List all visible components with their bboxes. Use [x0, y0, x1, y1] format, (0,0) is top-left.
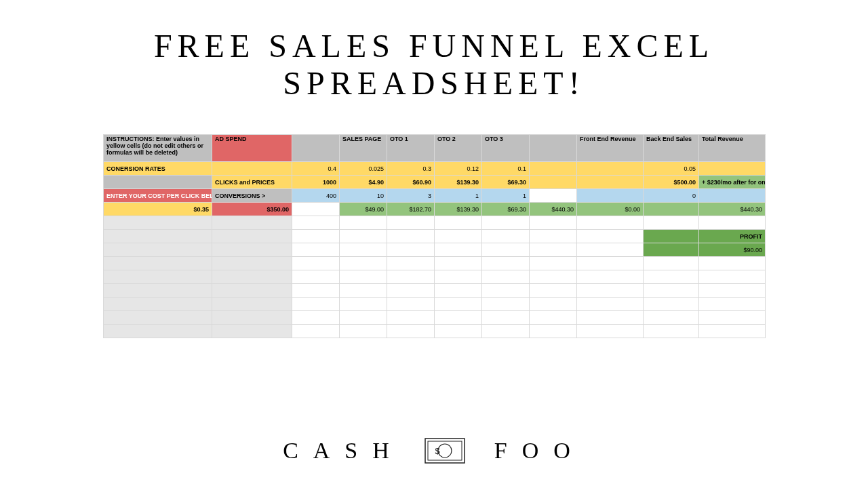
- clicksprices-label: CLICKS and PRICES: [212, 176, 292, 189]
- cell[interactable]: [577, 176, 644, 189]
- svg-text:$: $: [435, 446, 455, 456]
- instructions-cell: INSTRUCTIONS: Enter values in yellow cel…: [104, 135, 212, 162]
- cell: [104, 176, 212, 189]
- cell[interactable]: [699, 162, 766, 176]
- cell[interactable]: 0.025: [340, 162, 387, 176]
- cpc-prompt: ENTER YOUR COST PER CLICK BELOW: [104, 189, 212, 203]
- cell: 1: [482, 189, 530, 203]
- convrates-label: CONERSION RATES: [104, 162, 212, 176]
- oto2-header: OTO 2: [435, 135, 482, 162]
- blank-col-c: [292, 135, 340, 162]
- cell: [699, 189, 766, 203]
- fer-value: $440.30: [530, 203, 577, 216]
- header-row: INSTRUCTIONS: Enter values in yellow cel…: [104, 135, 766, 162]
- blank-col-h: [530, 135, 577, 162]
- cell: [530, 189, 577, 203]
- bes-header: Back End Sales: [644, 135, 699, 162]
- pwmb-note: + $230/mo after for one year (PWMB): [699, 176, 766, 189]
- dollar-bill-icon: $: [425, 438, 465, 464]
- cell: [292, 203, 340, 216]
- cell[interactable]: $4.90: [340, 176, 387, 189]
- profit-label-row: PROFIT: [104, 230, 766, 243]
- cell[interactable]: 0.05: [644, 162, 699, 176]
- cell: [644, 243, 699, 257]
- conversion-rates-row: CONERSION RATES 0.4 0.025 0.3 0.12 0.1 0…: [104, 162, 766, 176]
- total-value: $440.30: [699, 203, 766, 216]
- adspend-value: $350.00: [212, 203, 292, 216]
- cell[interactable]: 0.3: [387, 162, 435, 176]
- fer-header: Front End Revenue: [577, 135, 644, 162]
- cell[interactable]: 0.4: [292, 162, 340, 176]
- cell: 400: [292, 189, 340, 203]
- totalrev-header: Total Revenue: [699, 135, 766, 162]
- oto1-header: OTO 1: [387, 135, 435, 162]
- cell: 3: [387, 189, 435, 203]
- blank-row: [104, 216, 766, 230]
- conversions-row: ENTER YOUR COST PER CLICK BELOW CONVERSI…: [104, 189, 766, 203]
- blank-row: [104, 284, 766, 298]
- cell: [644, 203, 699, 216]
- profit-value: $90.00: [699, 243, 766, 257]
- cell[interactable]: 1000: [292, 176, 340, 189]
- clicks-prices-row: CLICKS and PRICES 1000 $4.90 $60.90 $139…: [104, 176, 766, 189]
- cell: $182.70: [387, 203, 435, 216]
- conversions-label: CONVERSIONS >: [212, 189, 292, 203]
- cell[interactable]: $69.30: [482, 176, 530, 189]
- money-row: $0.35 $350.00 $49.00 $182.70 $139.30 $69…: [104, 203, 766, 216]
- oto3-header: OTO 3: [482, 135, 530, 162]
- blank-row: [104, 257, 766, 270]
- cell: $49.00: [340, 203, 387, 216]
- footer-logo: CASH $ FOO: [0, 438, 868, 468]
- adspend-header: AD SPEND: [212, 135, 292, 162]
- bes-value: $0.00: [577, 203, 644, 216]
- footer-left: CASH: [283, 438, 404, 463]
- cell[interactable]: 0.12: [435, 162, 482, 176]
- cell: 0: [644, 189, 699, 203]
- cell[interactable]: $139.30: [435, 176, 482, 189]
- blank-row: [104, 270, 766, 284]
- spreadsheet: INSTRUCTIONS: Enter values in yellow cel…: [103, 134, 766, 338]
- cell[interactable]: [577, 162, 644, 176]
- cell[interactable]: [530, 176, 577, 189]
- cell[interactable]: [530, 162, 577, 176]
- profit-value-row: $90.00: [104, 243, 766, 257]
- blank-row: [104, 311, 766, 325]
- cell: [577, 189, 644, 203]
- cell: 1: [435, 189, 482, 203]
- cell: $69.30: [482, 203, 530, 216]
- blank-row: [104, 298, 766, 311]
- cell: 10: [340, 189, 387, 203]
- footer-right: FOO: [494, 438, 585, 463]
- profit-label: PROFIT: [699, 230, 766, 243]
- cell[interactable]: [212, 162, 292, 176]
- cell[interactable]: $500.00: [644, 176, 699, 189]
- page-title: FREE SALES FUNNEL EXCEL SPREADSHEET!: [0, 27, 868, 102]
- cell[interactable]: $60.90: [387, 176, 435, 189]
- salespage-header: SALES PAGE: [340, 135, 387, 162]
- cpc-input[interactable]: $0.35: [104, 203, 212, 216]
- cell[interactable]: 0.1: [482, 162, 530, 176]
- blank-row: [104, 325, 766, 338]
- cell: $139.30: [435, 203, 482, 216]
- cell: [644, 230, 699, 243]
